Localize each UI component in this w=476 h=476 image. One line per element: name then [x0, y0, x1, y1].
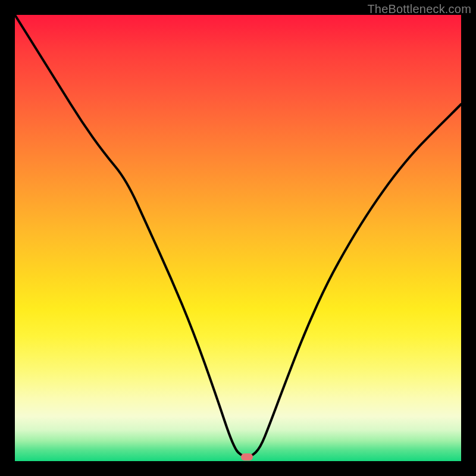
min-marker	[241, 453, 253, 461]
bottleneck-curve	[15, 15, 461, 461]
watermark-text: TheBottleneck.com	[367, 2, 471, 16]
plot-area	[15, 15, 461, 461]
chart-frame: TheBottleneck.com	[0, 0, 476, 476]
